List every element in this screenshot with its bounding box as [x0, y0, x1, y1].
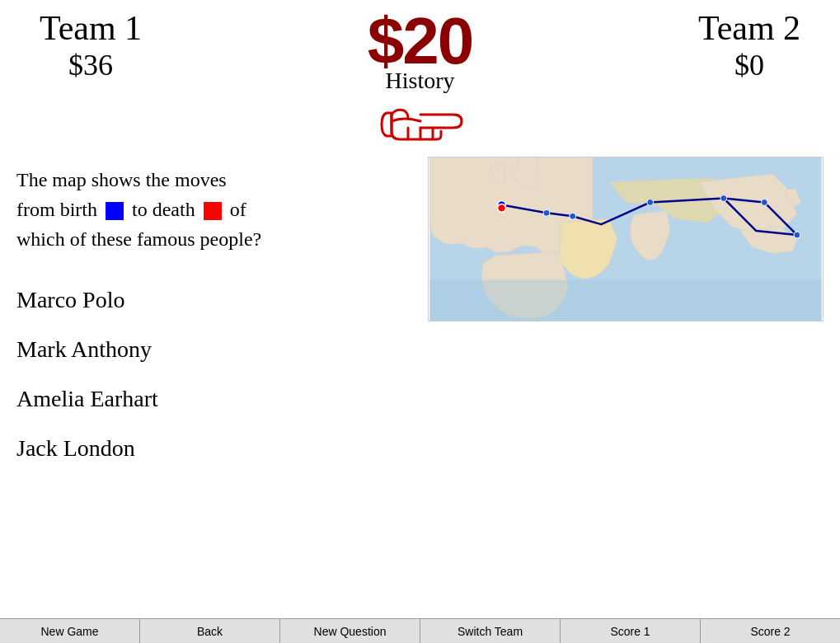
- svg-point-3: [570, 213, 576, 219]
- answers-list: Marco Polo Mark Anthony Amelia Earhart J…: [16, 279, 428, 470]
- question-text: The map shows the moves from birth to de…: [16, 165, 379, 254]
- category-label: History: [386, 68, 455, 94]
- team2-block: Team 2 $0: [675, 8, 824, 82]
- footer: New Game Back New Question Switch Team S…: [0, 618, 840, 643]
- team2-name: Team 2: [698, 8, 800, 48]
- left-panel: The map shows the moves from birth to de…: [16, 140, 428, 610]
- svg-point-4: [647, 199, 654, 205]
- score2-button[interactable]: Score 2: [701, 619, 840, 643]
- new-question-button[interactable]: New Question: [280, 619, 420, 643]
- center-block: $20 History: [165, 8, 675, 151]
- map-container: [428, 157, 824, 322]
- birth-color-box: [106, 202, 124, 220]
- team2-score: $0: [734, 48, 764, 82]
- score1-button[interactable]: Score 1: [561, 619, 701, 643]
- header: Team 1 $36 $20 History: [0, 0, 840, 140]
- svg-point-6: [761, 199, 767, 205]
- svg-rect-1: [429, 280, 821, 322]
- back-button[interactable]: Back: [140, 619, 280, 643]
- switch-team-button[interactable]: Switch Team: [420, 619, 561, 643]
- new-game-button[interactable]: New Game: [0, 619, 140, 643]
- svg-point-2: [543, 209, 550, 216]
- team1-score: $36: [68, 48, 113, 82]
- answer-2[interactable]: Mark Anthony: [16, 328, 428, 371]
- svg-point-9: [498, 204, 506, 212]
- right-panel: [428, 140, 824, 610]
- answer-4[interactable]: Jack London: [16, 427, 428, 470]
- team1-name: Team 1: [40, 8, 142, 48]
- question-value: $20: [368, 8, 472, 74]
- answer-3[interactable]: Amelia Earhart: [16, 378, 428, 420]
- svg-point-7: [794, 232, 800, 238]
- answer-1[interactable]: Marco Polo: [16, 279, 428, 322]
- death-color-box: [204, 202, 222, 220]
- team1-block: Team 1 $36: [16, 8, 165, 82]
- main-content: The map shows the moves from birth to de…: [0, 140, 840, 618]
- svg-point-5: [720, 195, 727, 202]
- map-svg: [429, 157, 823, 321]
